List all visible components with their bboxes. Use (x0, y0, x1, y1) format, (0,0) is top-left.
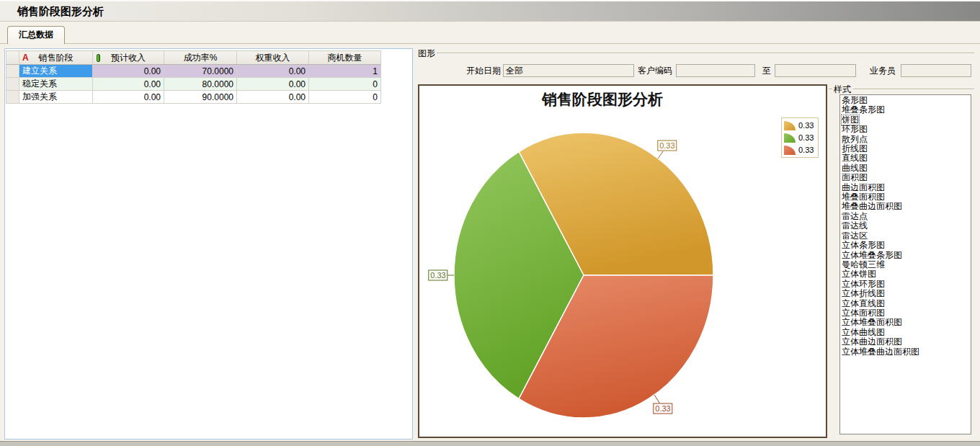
style-group-line (853, 89, 974, 90)
style-list-item[interactable]: 饼图 (842, 115, 859, 125)
table-cell[interactable]: 0.00 (237, 65, 309, 78)
summary-table: A 销售阶段 预计收入 成功率% 权重收入 商机数量 建立关系0.0070.00… (6, 50, 381, 104)
table-row: 建立关系0.0070.00000.001 (6, 65, 381, 78)
slice-value-label: 0.33 (428, 270, 447, 281)
summary-table-body: 建立关系0.0070.00000.001稳定关系0.0080.00000.000… (6, 65, 381, 104)
page-title: 销售阶段图形分析 (17, 5, 104, 19)
style-list-item[interactable]: 立体曲线图 (842, 328, 885, 337)
legend-entry: 0.33 (784, 145, 816, 155)
legend-entry: 0.33 (784, 120, 816, 130)
style-list-item[interactable]: 折线图 (842, 144, 868, 153)
style-list-item[interactable]: 立体堆叠条形图 (842, 251, 902, 260)
content-area: A 销售阶段 预计收入 成功率% 权重收入 商机数量 建立关系0.0070.00… (0, 44, 980, 441)
style-list-item[interactable]: 条形图 (842, 96, 868, 105)
table-cell[interactable]: 0.00 (93, 91, 164, 104)
style-list-item[interactable]: 曲边面积图 (842, 183, 885, 192)
table-header-row: A 销售阶段 预计收入 成功率% 权重收入 商机数量 (6, 51, 381, 65)
table-cell[interactable]: 0 (309, 91, 381, 104)
window-titlebar: 销售阶段图形分析 (0, 0, 980, 22)
row-indicator-cell[interactable] (6, 91, 19, 104)
style-list-item[interactable]: 雷达区 (842, 231, 868, 241)
style-list-item[interactable]: 立体面积图 (842, 308, 885, 318)
column-header-success-rate[interactable]: 成功率% (164, 51, 237, 65)
to-label: 至 (752, 64, 771, 77)
customer-code-input[interactable] (676, 64, 755, 77)
style-list-item[interactable]: 雷达点 (842, 212, 868, 221)
style-list-item[interactable]: 立体条形图 (842, 241, 885, 250)
table-cell[interactable]: 70.0000 (164, 65, 237, 78)
string-field-icon: A (22, 53, 29, 63)
start-date-label: 开始日期 (443, 64, 501, 77)
legend-label: 0.33 (798, 121, 814, 130)
legend-label: 0.33 (798, 146, 814, 154)
graph-group-label: 图形 (418, 48, 435, 60)
graph-group-line (437, 53, 974, 54)
column-header-weighted-income[interactable]: 权重收入 (237, 51, 309, 65)
legend-swatch-icon (784, 146, 796, 155)
numeric-field-icon (97, 54, 100, 62)
status-strip (0, 441, 980, 446)
style-list-item[interactable]: 环形图 (842, 125, 868, 134)
slice-value-label: 0.33 (657, 140, 677, 151)
style-list-item[interactable]: 曲线图 (842, 164, 868, 173)
app-window: 销售阶段图形分析 汇总数据 A 销售阶段 (0, 0, 980, 446)
legend-swatch-icon (784, 133, 796, 143)
style-list-item[interactable]: 立体饼图 (842, 269, 876, 279)
column-header-expected-income[interactable]: 预计收入 (93, 51, 164, 65)
table-cell[interactable]: 0.00 (93, 78, 164, 91)
row-indicator-cell[interactable] (6, 78, 19, 91)
tab-summary-data[interactable]: 汇总数据 (7, 26, 65, 44)
style-list-item[interactable]: 堆叠条形图 (842, 105, 885, 115)
style-list-item[interactable]: 堆叠面积图 (842, 192, 885, 202)
style-list-item[interactable]: 直线图 (842, 153, 868, 163)
style-list-item[interactable]: 立体曲边面积图 (842, 337, 902, 347)
tab-strip: 汇总数据 (0, 22, 980, 44)
table-cell[interactable]: 建立关系 (19, 65, 93, 78)
style-list-item[interactable]: 立体直线图 (842, 299, 885, 308)
style-list: 条形图堆叠条形图饼图环形图散列点折线图直线图曲线图面积图曲边面积图堆叠面积图堆叠… (839, 94, 971, 434)
summary-grid-panel: A 销售阶段 预计收入 成功率% 权重收入 商机数量 建立关系0.0070.00… (4, 48, 413, 440)
row-indicator-cell[interactable] (6, 65, 19, 78)
legend-label: 0.33 (798, 133, 814, 142)
style-list-item[interactable]: 散列点 (842, 135, 868, 144)
style-list-item[interactable]: 立体堆叠曲边面积图 (842, 347, 919, 357)
legend-swatch-icon (784, 121, 796, 130)
style-list-item[interactable]: 面积图 (842, 173, 868, 182)
slice-value-label: 0.33 (653, 403, 672, 414)
table-cell[interactable]: 0.00 (93, 65, 164, 78)
table-cell[interactable]: 0.00 (237, 78, 309, 91)
style-list-item[interactable]: 堆叠曲边面积图 (842, 202, 902, 211)
table-cell[interactable]: 90.0000 (164, 91, 237, 104)
style-list-item[interactable]: 立体堆叠面积图 (842, 318, 902, 327)
table-cell[interactable]: 0.00 (237, 91, 309, 104)
table-cell[interactable]: 稳定关系 (19, 78, 93, 91)
customer-code-label: 客户编码 (615, 64, 672, 77)
style-list-item[interactable]: 雷达线 (842, 221, 868, 231)
style-list-item[interactable]: 立体环形图 (842, 280, 885, 289)
style-list-item[interactable]: 立体折线图 (842, 289, 885, 298)
table-cell[interactable]: 加强关系 (19, 91, 93, 104)
legend-entry: 0.33 (784, 133, 816, 143)
row-indicator-header (6, 51, 19, 65)
style-list-item[interactable]: 曼哈顿三维 (842, 260, 885, 269)
salesman-label: 业务员 (841, 64, 896, 77)
table-cell[interactable]: 0 (309, 78, 381, 91)
chart-area: 销售阶段图形分析 0.330.330.33 0.330.330.33 (418, 84, 827, 438)
table-row: 加强关系0.0090.00000.000 (6, 91, 381, 104)
column-header-opportunity-count[interactable]: 商机数量 (309, 51, 381, 65)
pie-svg (419, 86, 826, 437)
chart-legend: 0.330.330.33 (781, 117, 819, 158)
label-leader-line (658, 150, 664, 158)
table-cell[interactable]: 80.0000 (164, 78, 237, 91)
style-group-line-left (829, 89, 832, 90)
table-row: 稳定关系0.0080.00000.000 (6, 78, 381, 91)
table-cell[interactable]: 1 (309, 65, 381, 78)
salesman-input[interactable] (901, 64, 971, 77)
column-header-stage[interactable]: A 销售阶段 (19, 51, 93, 65)
